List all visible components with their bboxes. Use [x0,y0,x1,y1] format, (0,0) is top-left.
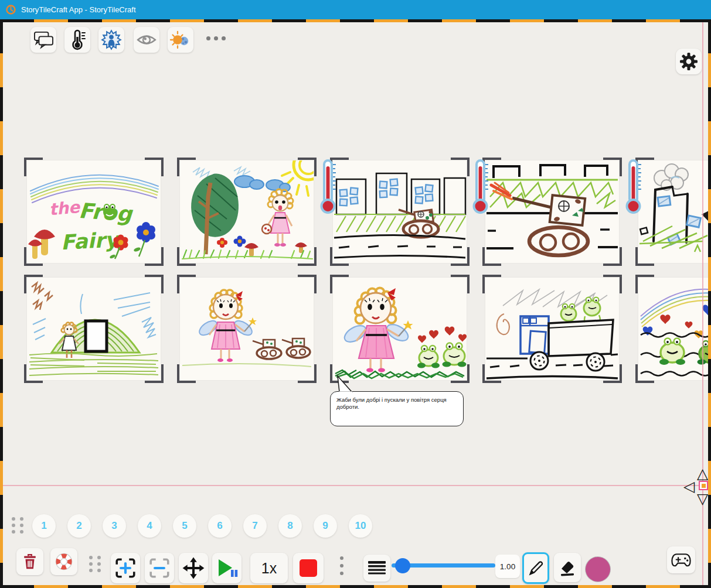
chat-bubbles-icon [33,30,54,49]
tile-1-drawing: the Frog Fairy [27,160,161,263]
page-button-9[interactable]: 9 [314,514,337,538]
eye-icon [137,32,157,48]
playback-more-button[interactable] [340,556,343,575]
toolbar-drag-handle[interactable] [89,556,101,572]
tile-2-drawing [180,160,314,263]
frame-plus-icon [114,557,137,579]
svg-text:the: the [48,197,81,220]
preview-button[interactable] [134,27,159,53]
guide-line-horizontal [2,485,709,486]
gear-icon [679,52,699,71]
play-button[interactable] [212,553,241,583]
more-tools-button[interactable] [206,36,226,40]
settings-button[interactable] [676,49,702,74]
speech-bubble-text: Жаби були добрі і пускали у повітря серц… [336,396,447,410]
temperature-marker-3[interactable] [625,159,642,214]
tile-3-drawing [333,160,467,263]
gamepad-icon [671,552,692,568]
move-button[interactable] [179,553,208,583]
games-button[interactable] [667,546,695,573]
tile-5-drawing [638,160,711,263]
ellipsis-icon [206,36,210,40]
speed-label: 1x [261,560,277,577]
tile-page-1[interactable]: the Frog Fairy [24,158,164,266]
color-swatch-button[interactable] [586,557,610,582]
tile-page-4[interactable] [482,158,622,266]
brush-size-slider-thumb[interactable] [395,558,410,573]
tile-page-5[interactable] [635,158,711,266]
tile-9-drawing [485,278,619,380]
trash-icon [21,552,39,571]
tile-page-7[interactable] [177,275,317,383]
character-button[interactable] [98,27,124,53]
day-night-button[interactable] [168,27,193,53]
speech-bubble[interactable]: Жаби були добрі і пускали у повітря серц… [330,391,464,426]
tile-10-drawing [638,278,711,380]
tile-page-8[interactable] [330,275,470,383]
person-burst-icon [101,29,122,50]
sun-moon-icon [169,30,192,50]
brush-size-value: 1.00 [495,555,520,578]
thickness-button[interactable] [363,555,390,582]
selection-border-left [0,19,3,588]
triangle-left-icon[interactable]: ◁ [683,479,695,494]
pencil-icon [526,559,545,577]
page-button-7[interactable]: 7 [243,514,267,538]
selection-border-right [708,19,711,588]
tile-4-drawing [485,160,619,263]
tile-6-drawing [27,278,161,380]
page-button-2[interactable]: 2 [67,514,91,538]
speed-button[interactable]: 1x [250,553,288,583]
app-logo-icon [5,4,16,15]
stop-square-icon [300,559,317,577]
temperature-button[interactable] [64,27,90,53]
speech-bubble-tail [332,375,358,393]
lines-icon [368,560,386,576]
tile-7-drawing [180,278,314,380]
page-button-5[interactable]: 5 [173,514,196,538]
pencil-tool-button[interactable] [522,552,549,584]
temperature-marker-2[interactable] [472,159,489,214]
guide-marker-square[interactable] [699,481,708,490]
triangle-down-icon[interactable]: ▽ [697,491,708,506]
play-pause-icon [215,557,239,579]
page-button-6[interactable]: 6 [208,514,232,538]
zoom-in-button[interactable] [111,553,140,583]
move-arrows-icon [182,557,205,579]
pagination-drag-handle[interactable] [12,517,23,534]
eraser-tool-button[interactable] [554,553,581,582]
selection-border-bottom [0,585,711,588]
thermometer-icon [67,29,87,50]
window-title: StoryTileCraft App - StoryTileCraft [21,5,136,14]
page-button-1[interactable]: 1 [32,514,56,538]
tile-page-2[interactable] [177,158,317,266]
triangle-up-icon[interactable]: △ [697,466,708,481]
stop-button[interactable] [293,553,324,583]
tile-page-3[interactable] [330,158,470,266]
lifebuoy-icon [54,552,74,572]
page-button-10[interactable]: 10 [349,514,372,538]
selection-border-top [0,19,711,22]
page-button-4[interactable]: 4 [138,514,161,538]
page-button-8[interactable]: 8 [278,514,302,538]
delete-button[interactable] [16,548,43,575]
tile-page-10[interactable] [635,275,711,383]
help-button[interactable] [50,548,77,575]
zoom-out-button[interactable] [145,553,174,583]
titlebar: StoryTileCraft App - StoryTileCraft [0,0,711,19]
svg-text:Fairy: Fairy [60,228,121,254]
tile-page-9[interactable] [482,275,622,383]
tile-page-6[interactable] [24,275,164,383]
eraser-icon [557,558,577,577]
frame-minus-icon [148,557,171,579]
tile-8-drawing [333,278,467,380]
comments-button[interactable] [30,27,56,53]
storytilecraft-window: StoryTileCraft App - StoryTileCraft [0,0,711,588]
temperature-marker-1[interactable] [320,159,336,214]
page-button-3[interactable]: 3 [103,514,126,538]
